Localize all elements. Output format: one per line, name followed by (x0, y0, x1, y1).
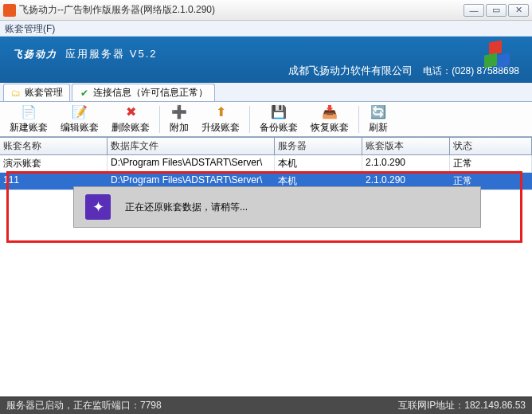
tab-label: 连接信息（许可信息正常） (93, 86, 208, 100)
backup-icon: 💾 (271, 104, 287, 119)
menu-account[interactable]: 账套管理(F) (5, 23, 55, 34)
logo-cubes-icon (484, 41, 516, 68)
banner: 飞扬动力 应用服务器 V5.2 成都飞扬动力软件有限公司 电话：(028) 87… (0, 37, 532, 83)
backup-button[interactable]: 💾备份账套 (253, 102, 304, 136)
tabstrip: 🗂 账套管理 ✔ 连接信息（许可信息正常） (0, 83, 532, 102)
refresh-icon: 🔄 (370, 104, 386, 119)
upgrade-button[interactable]: ⬆升级账套 (195, 102, 246, 136)
status-left: 服务器已启动，正在监听端口：7798 (6, 399, 162, 412)
check-icon: ✔ (79, 88, 90, 99)
refresh-button[interactable]: 🔄刷新 (362, 102, 394, 136)
menubar: 账套管理(F) (0, 21, 532, 37)
grid-header: 账套名称 数据库文件 服务器 账套版本 状态 (0, 138, 532, 155)
company-name: 成都飞扬动力软件有限公司 (288, 64, 413, 78)
folder-icon: 🗂 (10, 88, 22, 99)
phone-label: 电话： (423, 65, 452, 76)
col-version[interactable]: 账套版本 (362, 138, 450, 154)
delete-account-button[interactable]: ✖删除账套 (105, 102, 156, 136)
toolbar: 📄新建账套 📝编辑账套 ✖删除账套 ➕附加 ⬆升级账套 💾备份账套 📥恢复账套 … (0, 102, 532, 137)
account-grid: 账套名称 数据库文件 服务器 账套版本 状态 演示账套 D:\Program F… (0, 137, 532, 190)
minimize-button[interactable]: — (464, 4, 484, 17)
app-icon (3, 4, 16, 17)
window-buttons: — ▭ ✕ (464, 4, 529, 17)
col-name[interactable]: 账套名称 (0, 138, 108, 154)
brand-sub: 应用服务器 V5.2 (65, 48, 157, 60)
separator (249, 106, 250, 133)
col-dbfile[interactable]: 数据库文件 (108, 138, 275, 154)
separator (358, 106, 359, 133)
table-row[interactable]: 演示账套 D:\Program Files\ADSTART\Server\ 本机… (0, 155, 532, 173)
status-right: 互联网IP地址：182.149.86.53 (398, 399, 526, 412)
col-server[interactable]: 服务器 (275, 138, 362, 154)
dialog-text: 正在还原账套数据，请稍等... (125, 201, 248, 214)
close-button[interactable]: ✕ (508, 4, 529, 17)
maximize-button[interactable]: ▭ (486, 4, 507, 17)
window-title: 飞扬动力--广告制作版服务器(网络版2.1.0.290) (19, 3, 464, 17)
progress-dialog: ✦ 正在还原账套数据，请稍等... (73, 186, 481, 228)
upgrade-icon: ⬆ (213, 104, 229, 119)
brand: 飞扬动力 应用服务器 V5.2 (13, 41, 519, 62)
separator (159, 106, 160, 133)
titlebar: 飞扬动力--广告制作版服务器(网络版2.1.0.290) — ▭ ✕ (0, 0, 532, 21)
statusbar: 服务器已启动，正在监听端口：7798 互联网IP地址：182.149.86.53 (0, 396, 532, 414)
edit-icon: 📝 (72, 104, 88, 119)
new-icon: 📄 (21, 104, 37, 119)
restore-button[interactable]: 📥恢复账套 (304, 102, 355, 136)
tab-account-manage[interactable]: 🗂 账套管理 (3, 84, 70, 101)
attach-button[interactable]: ➕附加 (163, 102, 195, 136)
attach-icon: ➕ (171, 104, 187, 119)
tab-connection-info[interactable]: ✔ 连接信息（许可信息正常） (72, 84, 215, 101)
brand-name: 飞扬动力 (13, 49, 57, 60)
restore-icon: 📥 (322, 104, 338, 119)
app-logo-icon: ✦ (85, 194, 111, 220)
new-account-button[interactable]: 📄新建账套 (3, 102, 54, 136)
col-status[interactable]: 状态 (450, 138, 532, 154)
tab-label: 账套管理 (25, 86, 63, 100)
edit-account-button[interactable]: 📝编辑账套 (54, 102, 105, 136)
delete-icon: ✖ (123, 104, 139, 119)
